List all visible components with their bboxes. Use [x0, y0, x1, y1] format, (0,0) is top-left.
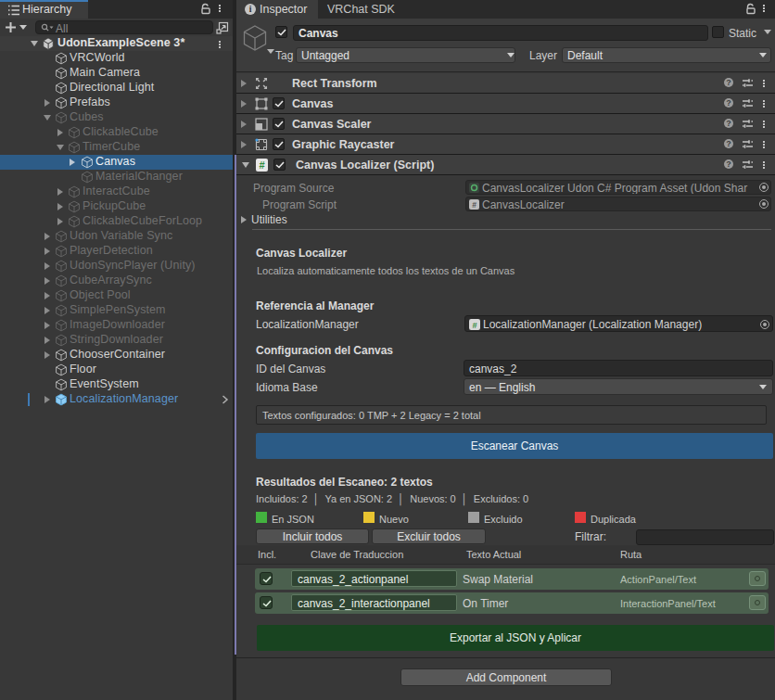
svg-text:#: #	[472, 200, 476, 210]
svg-text:#: #	[259, 159, 264, 171]
svg-text:#: #	[472, 321, 476, 330]
